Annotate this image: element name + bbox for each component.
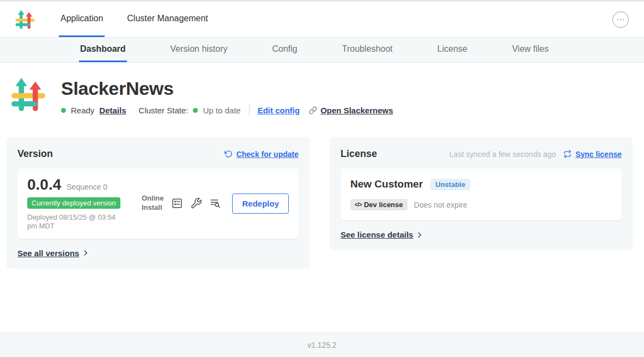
install-type-label: Online Install [142, 194, 163, 213]
license-card: License Last synced a few seconds ago Sy… [330, 137, 633, 250]
version-action-icons [171, 197, 221, 209]
config-values-icon[interactable] [190, 197, 202, 209]
more-menu-button[interactable]: ⋯ [612, 11, 629, 28]
check-for-update-link[interactable]: Check for update [224, 150, 299, 159]
deploy-logs-icon[interactable] [209, 197, 221, 209]
console-version-text: v1.125.2 [307, 341, 337, 349]
sync-icon [563, 150, 572, 158]
admin-console-page: Application Cluster Management ⋯ Dashboa… [0, 0, 644, 269]
cluster-state-value: Up to date [203, 106, 240, 115]
channel-badge: Unstable [430, 179, 470, 190]
redeploy-button[interactable]: Redeploy [232, 193, 289, 214]
subnav-tab-view-files[interactable]: View files [511, 38, 550, 62]
license-card-title: License [341, 148, 377, 160]
subnav-tab-troubleshoot[interactable]: Troubleshoot [341, 38, 394, 62]
edit-config-link[interactable]: Edit config [258, 106, 300, 115]
see-license-details-link[interactable]: See license details [341, 230, 622, 239]
license-panel: New Customer Unstable </> Dev license Do… [341, 168, 622, 220]
version-card: Version Check for update 0.0.4 Sequence … [7, 137, 309, 269]
app-logo-icon[interactable] [15, 10, 35, 29]
see-all-versions-link[interactable]: See all versions [17, 249, 299, 258]
subnav-tab-dashboard[interactable]: Dashboard [79, 38, 127, 62]
last-synced-text: Last synced a few seconds ago [449, 150, 556, 159]
version-number: 0.0.4 [27, 176, 61, 193]
current-version-panel: 0.0.4 Sequence 0 Currently deployed vers… [17, 168, 299, 239]
license-expiry-text: Does not expire [414, 201, 467, 209]
details-link[interactable]: Details [99, 106, 126, 115]
app-icon [11, 77, 46, 113]
subnav-tab-license[interactable]: License [436, 38, 469, 62]
subnav-tab-version-history[interactable]: Version history [169, 38, 229, 62]
chevron-right-icon [82, 249, 89, 257]
app-status-row: Ready Details Cluster State: Up to date … [61, 105, 393, 116]
app-subnav: Dashboard Version history Config Trouble… [0, 38, 644, 63]
dashboard-cards: Version Check for update 0.0.4 Sequence … [7, 137, 637, 269]
customer-name: New Customer [350, 178, 423, 190]
app-title: SlackerNews [61, 78, 393, 99]
top-nav-tabs: Application Cluster Management [59, 2, 210, 37]
open-app-link[interactable]: Open Slackernews [309, 106, 393, 115]
tab-application[interactable]: Application [59, 2, 105, 37]
version-card-title: Version [17, 148, 53, 160]
code-icon: </> [355, 202, 362, 208]
see-license-details-label: See license details [341, 230, 413, 239]
app-status-text: Ready [71, 106, 94, 115]
footer: v1.125.2 [0, 332, 644, 357]
sequence-label: Sequence 0 [66, 183, 107, 191]
cluster-state-dot [193, 108, 198, 113]
subnav-tab-config[interactable]: Config [271, 38, 299, 62]
ellipsis-icon: ⋯ [616, 14, 625, 25]
check-for-update-label: Check for update [236, 150, 299, 159]
link-icon [309, 106, 317, 114]
open-app-link-label: Open Slackernews [320, 106, 393, 115]
top-navbar: Application Cluster Management ⋯ [0, 0, 644, 38]
see-all-versions-label: See all versions [17, 249, 79, 258]
app-status-dot [61, 108, 66, 113]
release-notes-icon[interactable] [171, 197, 183, 209]
tab-cluster-management[interactable]: Cluster Management [125, 2, 210, 37]
deployed-timestamp: Deployed 08/15/25 @ 03:54 pm MDT [27, 213, 125, 231]
cluster-state-label: Cluster State: [139, 106, 189, 115]
deployed-status-badge: Currently deployed version [27, 197, 120, 209]
refresh-icon [224, 150, 233, 158]
license-type-badge: </> Dev license [350, 199, 408, 210]
license-type-label: Dev license [364, 201, 403, 209]
sync-license-link[interactable]: Sync license [563, 150, 622, 159]
chevron-right-icon [416, 231, 423, 239]
divider [249, 105, 250, 116]
app-header: SlackerNews Ready Details Cluster State:… [11, 77, 644, 116]
sync-license-label: Sync license [575, 150, 622, 159]
